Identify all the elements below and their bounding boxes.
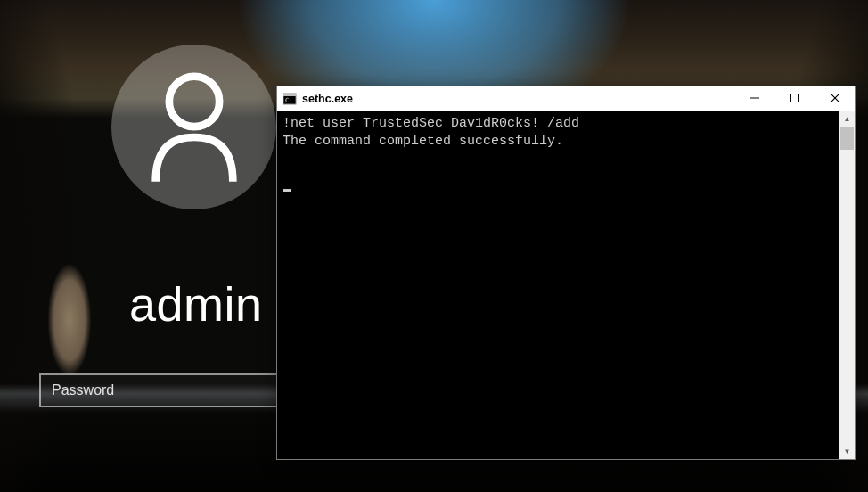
user-avatar bbox=[111, 45, 276, 209]
console-line: The command completed successfully. bbox=[283, 134, 563, 149]
maximize-icon bbox=[790, 92, 799, 105]
maximize-button[interactable] bbox=[774, 86, 815, 111]
password-input[interactable] bbox=[39, 373, 307, 407]
cursor bbox=[283, 189, 291, 192]
scroll-down-button[interactable]: ▼ bbox=[839, 444, 855, 459]
console-window: C: sethc.exe !net user TrustedSec D bbox=[276, 86, 856, 460]
console-output[interactable]: !net user TrustedSec Dav1dR0cks! /add Th… bbox=[277, 111, 839, 459]
close-icon bbox=[831, 92, 839, 105]
vertical-scrollbar[interactable]: ▲ ▼ bbox=[839, 111, 855, 459]
svg-rect-5 bbox=[790, 94, 798, 102]
close-button[interactable] bbox=[815, 86, 855, 111]
svg-rect-2 bbox=[283, 94, 296, 96]
username-label: admin bbox=[129, 276, 263, 332]
console-body: !net user TrustedSec Dav1dR0cks! /add Th… bbox=[277, 111, 855, 459]
scroll-thumb[interactable] bbox=[840, 127, 854, 150]
window-title: sethc.exe bbox=[302, 93, 353, 105]
scroll-up-button[interactable]: ▲ bbox=[839, 111, 855, 127]
window-controls bbox=[734, 86, 855, 111]
chevron-down-icon: ▼ bbox=[844, 447, 851, 455]
console-line: !net user TrustedSec Dav1dR0cks! /add bbox=[283, 116, 579, 131]
console-icon: C: bbox=[283, 92, 297, 106]
user-icon bbox=[145, 68, 243, 187]
minimize-button[interactable] bbox=[734, 86, 774, 111]
window-titlebar[interactable]: C: sethc.exe bbox=[277, 86, 855, 111]
chevron-up-icon: ▲ bbox=[844, 115, 851, 123]
svg-text:C:: C: bbox=[285, 97, 292, 104]
svg-point-0 bbox=[168, 76, 218, 126]
minimize-icon bbox=[750, 92, 759, 105]
